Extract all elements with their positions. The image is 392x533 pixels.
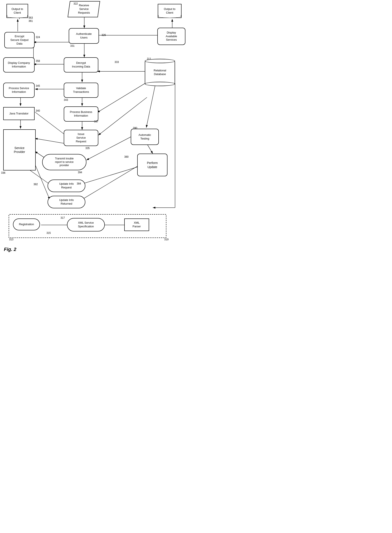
label-326: 326 xyxy=(102,33,106,37)
label-333: 333 xyxy=(115,61,119,64)
relational-database: Relational Database xyxy=(145,61,175,84)
label-384: 384 xyxy=(77,182,81,185)
label-382: 382 xyxy=(33,183,38,186)
label-390: 390 xyxy=(133,127,137,130)
perform-update: Perform Update xyxy=(137,154,168,176)
issue-service-request: Issue Service Request xyxy=(64,130,98,146)
label-337: 337 xyxy=(94,120,98,123)
label-335: 335 xyxy=(85,147,90,150)
java-translator: Java Translator xyxy=(3,107,35,120)
label-322: 322 xyxy=(74,2,78,5)
authenticate-users: Authenticate Users xyxy=(69,28,99,44)
label-363: 363 xyxy=(28,16,33,19)
xml-parser: XML Parser xyxy=(124,219,149,231)
label-315: 315 xyxy=(47,231,51,234)
process-business-info: Process Business Information xyxy=(64,106,98,122)
process-service-info: Process Service Information xyxy=(3,83,35,98)
label-394: 394 xyxy=(78,171,82,174)
transmit-trouble: Transmit trouble report to service provi… xyxy=(42,154,86,170)
receive-requests: Receive Service Requests xyxy=(68,1,100,17)
registration: Registration xyxy=(13,219,40,230)
label-345: 345 xyxy=(36,84,40,87)
label-380: 380 xyxy=(124,155,129,158)
decrypt-incoming: Decrypt Incoming Data xyxy=(64,57,98,72)
label-358: 358 xyxy=(36,59,40,62)
encrypt-output: Encrypt Secure Output Data xyxy=(4,32,35,48)
automatic-testing: Automatic Testing xyxy=(131,129,159,145)
label-317: 317 xyxy=(61,216,65,219)
label-343: 343 xyxy=(64,98,68,101)
label-336: 336 xyxy=(1,171,5,174)
output-client-right: Output to Client xyxy=(158,4,182,18)
update-info-returned: Update Info Returned xyxy=(47,196,85,208)
svg-line-27 xyxy=(82,164,140,200)
label-340: 340 xyxy=(36,109,40,112)
output-client-left: Output to Client xyxy=(6,4,28,18)
fig-label: Fig. 2 xyxy=(4,247,16,252)
label-324: 324 xyxy=(36,36,40,39)
display-available-services: Display Available Services xyxy=(157,28,185,45)
label-331: 331 xyxy=(70,44,75,47)
xml-service-spec: XML Service Specification xyxy=(67,218,105,231)
service-provider: Service Provider xyxy=(3,129,36,171)
svg-line-20 xyxy=(146,83,156,128)
diagram: Output to Client 363 361 Receive Service… xyxy=(0,0,196,260)
display-company-info: Display Company Information xyxy=(3,57,35,72)
svg-line-14 xyxy=(97,82,147,113)
label-361: 361 xyxy=(28,19,33,23)
update-info-request: Update Info Request xyxy=(47,180,85,192)
validate-transactions: Validate Transactions xyxy=(64,83,98,98)
label-313: 313 xyxy=(9,238,13,241)
label-319: 319 xyxy=(164,238,168,241)
svg-line-18 xyxy=(35,112,67,136)
